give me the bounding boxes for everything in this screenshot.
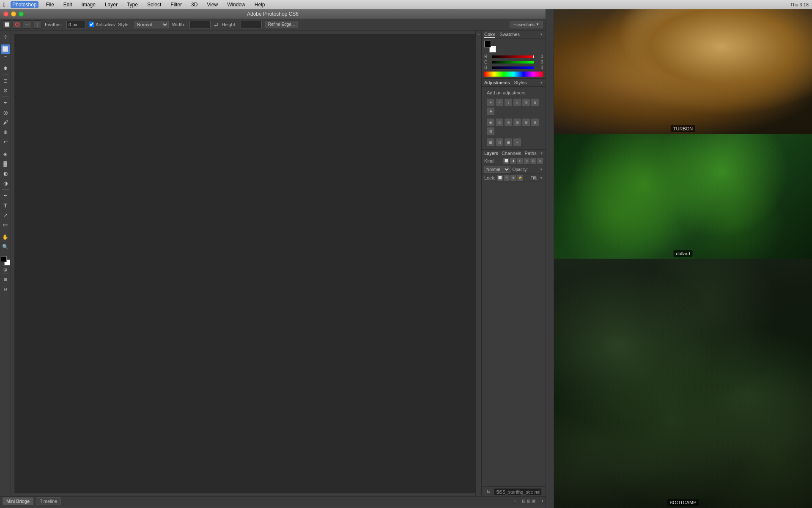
color-tab[interactable]: Color <box>484 32 495 38</box>
color-lookup-adj-icon[interactable]: ⊡ <box>513 119 521 126</box>
screen-mode-btn[interactable]: ⊞ <box>1 275 10 284</box>
maximize-button[interactable] <box>19 11 24 17</box>
feather-input[interactable] <box>66 21 85 28</box>
styles-tab[interactable]: Styles <box>514 80 527 85</box>
color-panel-header[interactable]: Color Swatches ▼ <box>482 30 546 39</box>
adjustments-tab[interactable]: Adjustments <box>484 80 510 85</box>
apple-menu[interactable]:  <box>3 1 5 8</box>
move-tool[interactable]: ⊹ <box>1 32 10 41</box>
channel-mix-adj-icon[interactable]: ⊙ <box>505 119 512 126</box>
swap-icon[interactable]: ⇄ <box>214 22 218 28</box>
lock-pixels-icon[interactable]: ⬜ <box>497 175 503 181</box>
gradient-tool[interactable]: ▓ <box>1 159 10 168</box>
lock-move-icon[interactable]: ✎ <box>504 175 510 181</box>
r-slider[interactable] <box>492 55 534 58</box>
essentials-button[interactable]: Essentials ▼ <box>510 21 543 28</box>
photo-filter-adj-icon[interactable]: ◎ <box>496 119 503 126</box>
fg-bg-swatches[interactable] <box>484 41 496 52</box>
zoom-tool[interactable]: 🔍 <box>1 242 10 251</box>
curves-adj-icon[interactable]: ⌇ <box>505 99 512 106</box>
quick-select-tool[interactable]: ✱ <box>1 64 10 73</box>
exposure-adj-icon[interactable]: ◇ <box>513 99 521 106</box>
selective-color-adj-icon[interactable]: ◻ <box>496 138 503 146</box>
menu-3d[interactable]: 3D <box>189 1 199 8</box>
brush-tool[interactable]: 🖌 <box>1 118 10 127</box>
invert-adj-icon[interactable]: ⊟ <box>522 119 530 126</box>
shape-layer-icon[interactable]: ◇ <box>524 158 529 164</box>
quick-mask-btn[interactable]: ◪ <box>3 268 7 272</box>
fg-swatch[interactable] <box>484 41 491 47</box>
style-select[interactable]: Normal Fixed Ratio Fixed Size <box>134 21 169 28</box>
hand-tool[interactable]: ✋ <box>1 232 10 242</box>
type-layer-icon[interactable]: T <box>517 158 523 164</box>
lock-pos-icon[interactable]: ⊕ <box>510 175 516 181</box>
photo-item-turbon[interactable]: TURBON <box>554 9 812 134</box>
menu-file[interactable]: File <box>44 1 56 8</box>
slice-tool[interactable]: ⊘ <box>1 86 10 95</box>
color-swatch-area[interactable] <box>1 256 10 265</box>
menu-window[interactable]: Window <box>225 1 247 8</box>
threshold-adj-icon[interactable]: ⊠ <box>487 127 494 135</box>
mini-bridge-tab[interactable]: Mini Bridge <box>3 497 33 505</box>
bottom-icon-5[interactable]: ⟶ <box>537 499 543 503</box>
type-tool[interactable]: T <box>1 201 10 210</box>
eraser-tool[interactable]: ◈ <box>1 149 10 159</box>
levels-adj-icon[interactable]: ≡ <box>496 99 503 106</box>
timeline-tab[interactable]: Timeline <box>36 497 61 505</box>
path-select-tool[interactable]: ↗ <box>1 210 10 220</box>
pen-tool[interactable]: ✒ <box>1 191 10 200</box>
rect-marquee-btn[interactable]: ⬜ <box>3 20 11 29</box>
refine-edge-button[interactable]: Refine Edge... <box>265 21 298 28</box>
col-marquee-btn[interactable]: | <box>33 20 41 29</box>
color-spectrum[interactable] <box>484 72 543 77</box>
lock-all-icon[interactable]: 🔒 <box>517 175 523 181</box>
bottom-icon-4[interactable]: ⊠ <box>532 499 535 503</box>
channels-tab[interactable]: Channels <box>502 151 521 156</box>
paths-tab[interactable]: Paths <box>525 151 537 156</box>
photo-item-dullard[interactable]: dullard <box>554 134 812 259</box>
bottom-icon-2[interactable]: ⊟ <box>522 499 525 503</box>
swatches-tab[interactable]: Swatches <box>499 32 520 37</box>
width-input[interactable] <box>189 21 211 28</box>
brightness-adj-icon[interactable]: ☀ <box>487 99 494 106</box>
row-marquee-btn[interactable]: — <box>23 20 31 29</box>
ellipse-marquee-btn[interactable]: ⭕ <box>13 20 21 29</box>
b-slider[interactable] <box>492 66 534 69</box>
height-input[interactable] <box>241 21 262 28</box>
blend-mode-select[interactable]: Normal Multiply Screen Overlay <box>484 166 510 173</box>
menu-layer[interactable]: Layer <box>103 1 119 8</box>
menu-type[interactable]: Type <box>125 1 140 8</box>
solid-color-adj-icon[interactable]: ◼ <box>505 138 512 146</box>
photo-item-bootcamp[interactable]: BOOTCAMP <box>554 259 812 508</box>
anti-alias-checkbox[interactable] <box>89 22 94 27</box>
menu-photoshop[interactable]: Photoshop <box>11 1 38 8</box>
close-button[interactable] <box>3 11 8 17</box>
menu-filter[interactable]: Filter <box>169 1 184 8</box>
g-slider[interactable] <box>492 61 534 64</box>
menu-select[interactable]: Select <box>145 1 163 8</box>
pixel-layer-icon[interactable]: ⬜ <box>503 158 509 164</box>
menu-view[interactable]: View <box>205 1 219 8</box>
posterize-adj-icon[interactable]: ⊞ <box>531 119 539 126</box>
minimize-button[interactable] <box>11 11 16 17</box>
bw-adj-icon[interactable]: ◉ <box>487 119 494 126</box>
menu-help[interactable]: Help <box>253 1 267 8</box>
crop-tool[interactable]: ⊡ <box>1 76 10 86</box>
bottom-icon-3[interactable]: ⊞ <box>527 499 530 503</box>
history-tool[interactable]: ↩ <box>1 137 10 146</box>
blur-tool[interactable]: ◐ <box>1 169 10 178</box>
hsl-adj-icon[interactable]: ⊞ <box>531 99 539 106</box>
clone-tool[interactable]: ⊕ <box>1 127 10 137</box>
menu-image[interactable]: Image <box>80 1 97 8</box>
canvas-area[interactable] <box>11 30 481 496</box>
marquee-tool[interactable]: ⬜ <box>1 44 10 54</box>
filter-layer-icon[interactable]: ≡ <box>537 158 543 164</box>
smart-layer-icon[interactable]: ⊡ <box>530 158 536 164</box>
bottom-icon-1[interactable]: ⟵ <box>514 499 520 503</box>
change-view-btn[interactable]: ⊟ <box>1 284 10 294</box>
menu-edit[interactable]: Edit <box>62 1 74 8</box>
vibrance-adj-icon[interactable]: ❊ <box>522 99 530 106</box>
layers-tab[interactable]: Layers <box>484 151 498 156</box>
fx-button[interactable]: fx <box>485 488 492 495</box>
pattern-adj-icon[interactable]: ▪ <box>513 138 521 146</box>
